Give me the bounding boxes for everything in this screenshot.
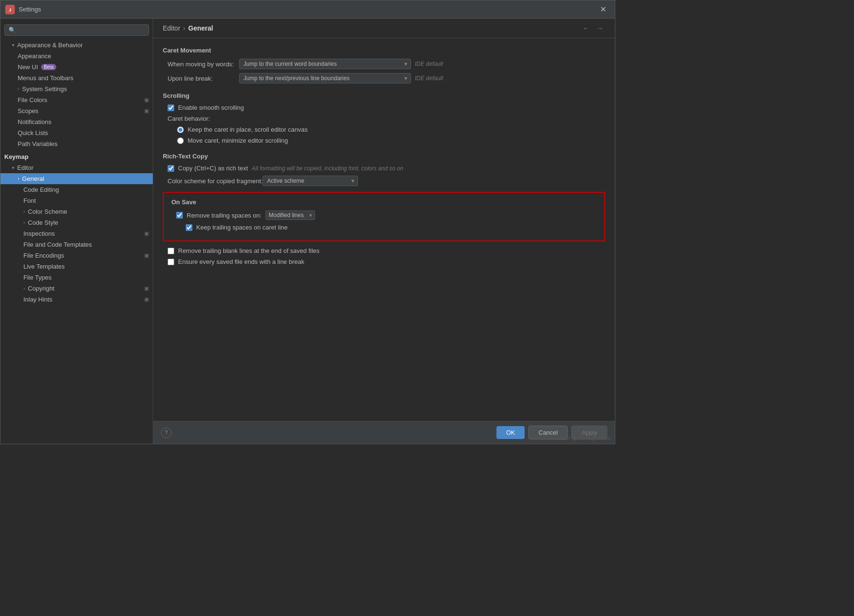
sidebar-item-inspections[interactable]: Inspections ▣: [0, 228, 153, 239]
search-box[interactable]: 🔍: [4, 24, 149, 36]
on-save-section: On Save Remove trailing spaces on: Modif…: [163, 192, 605, 241]
remove-trailing-label: Remove trailing spaces on:: [187, 212, 262, 219]
sidebar-item-label: Scopes: [18, 107, 38, 115]
breadcrumb-current: General: [188, 24, 213, 32]
color-scheme-select-wrapper: Active scheme Default: [263, 176, 358, 186]
line-break-row: Ensure every saved file ends with a line…: [163, 258, 605, 265]
word-movement-select-wrapper: Jump to the current word boundaries Jump…: [239, 59, 411, 69]
nav-arrows: ← →: [580, 23, 605, 33]
color-scheme-select[interactable]: Active scheme Default: [263, 176, 358, 186]
line-break-select-wrapper: Jump to the next/previous line boundarie…: [239, 73, 411, 84]
keep-trailing-checkbox[interactable]: [186, 224, 192, 231]
scrolling-title: Scrolling: [163, 92, 605, 99]
expand-arrow: ▾: [12, 165, 14, 170]
sidebar-item-new-ui[interactable]: New UI Beta: [0, 62, 153, 73]
sidebar-item-font[interactable]: Font: [0, 195, 153, 206]
sidebar-item-label: File Types: [23, 274, 52, 281]
expand-arrow: ›: [18, 86, 19, 92]
line-break-checkbox[interactable]: [168, 259, 174, 265]
sidebar-item-label: Live Templates: [23, 263, 64, 270]
expand-arrow: ›: [23, 286, 25, 291]
rich-text-copy-title: Rich-Text Copy: [163, 153, 605, 160]
sidebar-item-code-editing[interactable]: Code Editing: [0, 184, 153, 195]
sidebar-item-menus-toolbars[interactable]: Menus and Toolbars: [0, 73, 153, 84]
sidebar-item-quick-lists[interactable]: Quick Lists: [0, 127, 153, 138]
close-button[interactable]: ✕: [596, 3, 610, 16]
sidebar-item-label: Inlay Hints: [23, 296, 53, 303]
color-scheme-row: Color scheme for copied fragment: Active…: [163, 176, 605, 186]
sidebar-item-notifications[interactable]: Notifications: [0, 116, 153, 127]
sidebar-item-label: Font: [23, 197, 36, 204]
line-break-select[interactable]: Jump to the next/previous line boundarie…: [239, 73, 411, 84]
on-save-title: On Save: [171, 198, 597, 206]
sidebar-item-code-style[interactable]: › Code Style: [0, 217, 153, 228]
main-content: Caret Movement When moving by words: Jum…: [153, 38, 615, 421]
forward-button[interactable]: →: [595, 23, 605, 33]
sidebar-item-label: Code Style: [28, 219, 58, 226]
sidebar-item-file-types[interactable]: File Types: [0, 272, 153, 283]
back-button[interactable]: ←: [580, 23, 591, 33]
keep-caret-radio[interactable]: [177, 126, 184, 133]
title-bar: J Settings ✕: [0, 0, 615, 19]
sidebar-item-file-code-templates[interactable]: File and Code Templates: [0, 239, 153, 250]
sidebar-item-file-encodings[interactable]: File Encodings ▣: [0, 250, 153, 261]
sidebar-item-keymap[interactable]: Keymap: [0, 151, 153, 162]
sidebar-item-file-colors[interactable]: File Colors ▣: [0, 94, 153, 105]
sidebar-item-appearance-behavior[interactable]: ▾ Appearance & Behavior: [0, 40, 153, 51]
sidebar-item-color-scheme[interactable]: › Color Scheme: [0, 206, 153, 217]
move-caret-radio[interactable]: [177, 137, 184, 144]
search-icon: 🔍: [9, 27, 16, 33]
sidebar-item-live-templates[interactable]: Live Templates: [0, 261, 153, 272]
word-movement-select[interactable]: Jump to the current word boundaries Jump…: [239, 59, 411, 69]
sidebar-item-scopes[interactable]: Scopes ▣: [0, 105, 153, 116]
sidebar-item-general[interactable]: › General: [0, 173, 153, 184]
sidebar-item-label: Appearance: [18, 52, 51, 60]
main-panel: Editor › General ← → Caret Movement When…: [153, 19, 615, 444]
copy-rich-text-label: Copy (Ctrl+C) as rich text: [178, 165, 248, 172]
sidebar-item-editor[interactable]: ▾ Editor: [0, 162, 153, 173]
window-title: Settings: [19, 6, 596, 13]
help-button[interactable]: ?: [161, 428, 171, 438]
word-movement-row: When moving by words: Jump to the curren…: [163, 59, 605, 69]
sidebar: 🔍 ▾ Appearance & Behavior Appearance New…: [0, 19, 153, 444]
keep-trailing-label: Keep trailing spaces on caret line: [196, 224, 288, 231]
ok-button[interactable]: OK: [496, 426, 525, 439]
main-header: Editor › General ← →: [153, 19, 615, 38]
scrolling-section: Scrolling Enable smooth scrolling Caret …: [163, 92, 605, 144]
sidebar-item-appearance[interactable]: Appearance: [0, 51, 153, 62]
expand-arrow: ›: [23, 220, 25, 225]
caret-behavior-label: Caret behavior:: [168, 115, 210, 122]
sidebar-item-label: Inspections: [23, 230, 55, 237]
sidebar-item-label: Code Editing: [23, 186, 59, 193]
color-scheme-label: Color scheme for copied fragment:: [168, 177, 263, 185]
line-break-row: Upon line break: Jump to the next/previo…: [163, 73, 605, 84]
smooth-scrolling-checkbox[interactable]: [168, 104, 174, 111]
radio2-row: Move caret, minimize editor scrolling: [163, 137, 605, 144]
blank-lines-row: Remove trailing blank lines at the end o…: [163, 247, 605, 254]
sidebar-item-label: File and Code Templates: [23, 241, 92, 248]
sidebar-item-inlay-hints[interactable]: Inlay Hints ▣: [0, 294, 153, 305]
svg-text:J: J: [9, 8, 11, 12]
bottom-bar: ? OK Cancel Apply: [153, 421, 615, 444]
radio1-row: Keep the caret in place, scroll editor c…: [163, 126, 605, 133]
remove-trailing-checkbox[interactable]: [176, 212, 183, 219]
search-input[interactable]: [19, 27, 145, 33]
sidebar-item-label: Quick Lists: [18, 129, 48, 136]
beta-badge: Beta: [41, 64, 57, 70]
settings-icon: ▣: [144, 108, 149, 114]
sidebar-item-label: New UI: [18, 63, 38, 71]
sidebar-item-label: File Encodings: [23, 252, 64, 259]
expand-arrow: ›: [23, 209, 25, 214]
blank-lines-checkbox[interactable]: [168, 248, 174, 254]
remove-trailing-select[interactable]: Modified lines All lines None: [265, 210, 315, 220]
copy-rich-text-checkbox[interactable]: [168, 165, 174, 172]
sidebar-item-path-variables[interactable]: Path Variables: [0, 138, 153, 149]
sidebar-item-copyright[interactable]: › Copyright ▣: [0, 283, 153, 294]
settings-icon: ▣: [144, 252, 149, 259]
sidebar-item-label: Notifications: [18, 118, 52, 125]
smooth-scrolling-label: Enable smooth scrolling: [178, 104, 244, 111]
caret-movement-section: Caret Movement When moving by words: Jum…: [163, 47, 605, 84]
expand-arrow: ▾: [12, 42, 14, 48]
sidebar-item-label: File Colors: [18, 96, 47, 104]
sidebar-item-system-settings[interactable]: › System Settings: [0, 84, 153, 94]
